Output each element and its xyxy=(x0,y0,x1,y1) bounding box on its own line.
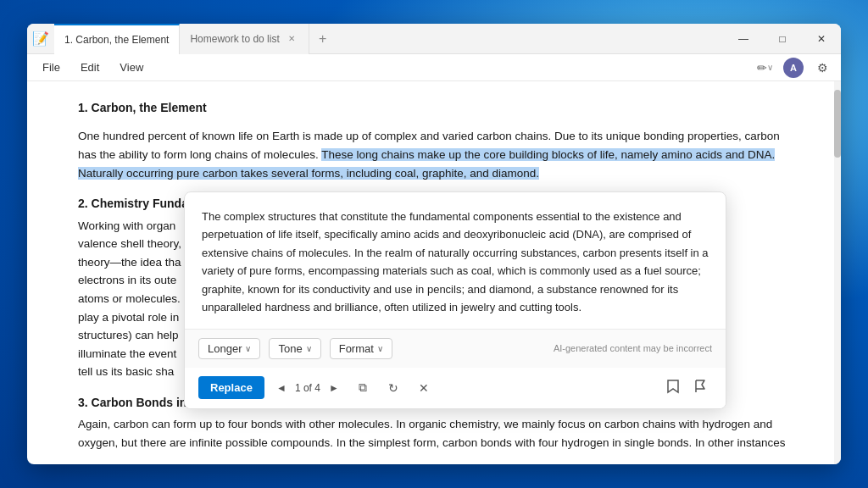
refresh-button[interactable]: ↻ xyxy=(381,376,405,400)
format-label: Format xyxy=(339,342,374,355)
paragraph-1: One hundred percent of known life on Ear… xyxy=(78,127,790,182)
flag-icon xyxy=(693,379,707,396)
pen-tool-icon[interactable]: ✏ ∨ xyxy=(753,56,776,80)
nav-arrows: ◄ 1 of 4 ► xyxy=(271,378,344,398)
main-window: 📝 1. Carbon, the Element Homework to do … xyxy=(27,24,841,464)
window-controls: — □ ✕ xyxy=(724,24,841,54)
tab-homework-close[interactable]: ✕ xyxy=(285,32,298,45)
longer-dropdown[interactable]: Longer ∨ xyxy=(198,338,260,359)
heading-1: 1. Carbon, the Element xyxy=(78,98,790,117)
menu-edit[interactable]: Edit xyxy=(72,58,108,77)
ai-actions: Replace ◄ 1 of 4 ► ⧉ ↻ ✕ xyxy=(185,368,726,408)
tab-carbon[interactable]: 1. Carbon, the Element xyxy=(54,24,180,54)
bookmark-button[interactable] xyxy=(661,376,685,400)
nav-next-button[interactable]: ► xyxy=(324,378,344,398)
right-action-icons xyxy=(661,376,712,400)
flag-button[interactable] xyxy=(688,376,712,400)
copy-button[interactable]: ⧉ xyxy=(351,376,375,400)
settings-icon[interactable]: ⚙ xyxy=(810,56,834,80)
maximize-button[interactable]: □ xyxy=(763,24,802,54)
format-dropdown[interactable]: Format ∨ xyxy=(330,338,392,359)
toolbar-right: ✏ ∨ A ⚙ xyxy=(753,56,834,80)
ai-popup-controls: Longer ∨ Tone ∨ Format ∨ AI-generated co… xyxy=(185,329,726,368)
avatar[interactable]: A xyxy=(783,58,804,78)
copy-icon: ⧉ xyxy=(359,380,367,395)
menu-bar: File Edit View ✏ ∨ A ⚙ xyxy=(27,54,841,81)
menu-view[interactable]: View xyxy=(111,58,152,77)
add-tab-button[interactable]: + xyxy=(309,24,337,54)
tab-homework[interactable]: Homework to do list ✕ xyxy=(180,24,309,54)
title-bar: 📝 1. Carbon, the Element Homework to do … xyxy=(27,24,841,54)
bookmark-icon xyxy=(666,379,680,396)
scrollbar-thumb[interactable] xyxy=(834,90,841,158)
ai-popup: The complex structures that constitute t… xyxy=(184,191,726,409)
scrollbar-track[interactable] xyxy=(834,81,841,464)
tab-carbon-label: 1. Carbon, the Element xyxy=(64,34,169,46)
close-ai-icon: ✕ xyxy=(419,381,429,395)
refresh-icon: ↻ xyxy=(388,381,398,395)
tone-label: Tone xyxy=(278,342,302,355)
close-button[interactable]: ✕ xyxy=(802,24,841,54)
tone-dropdown[interactable]: Tone ∨ xyxy=(269,338,320,359)
longer-label: Longer xyxy=(208,342,242,355)
tab-homework-label: Homework to do list xyxy=(190,33,279,45)
nav-prev-button[interactable]: ◄ xyxy=(271,378,292,398)
app-icon: 📝 xyxy=(27,24,54,54)
nav-count: 1 of 4 xyxy=(295,382,320,394)
ai-popup-text: The complex structures that constitute t… xyxy=(185,192,726,329)
close-ai-button[interactable]: ✕ xyxy=(412,376,436,400)
longer-chevron-icon: ∨ xyxy=(245,344,251,353)
tone-chevron-icon: ∨ xyxy=(306,344,312,353)
content-area: 1. Carbon, the Element One hundred perce… xyxy=(27,81,841,464)
minimize-button[interactable]: — xyxy=(724,24,763,54)
paragraph-3: Again, carbon can form up to four bonds … xyxy=(78,415,790,452)
menu-file[interactable]: File xyxy=(34,58,69,77)
replace-button[interactable]: Replace xyxy=(198,376,264,399)
format-chevron-icon: ∨ xyxy=(377,344,383,353)
ai-disclaimer: AI-generated content may be incorrect xyxy=(554,343,712,353)
